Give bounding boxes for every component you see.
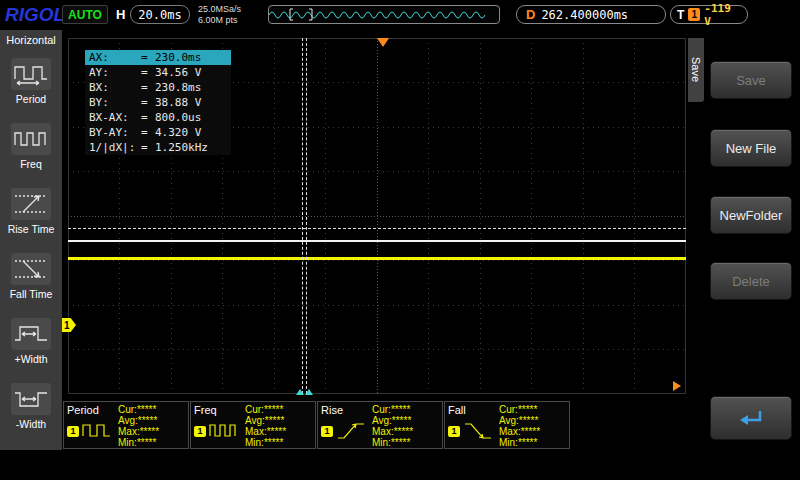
sample-rate: 25.0MSa/s bbox=[198, 4, 241, 15]
measurement-name: Fall bbox=[448, 404, 499, 417]
menu-item-freq[interactable]: Freq bbox=[0, 114, 62, 179]
rise-meas-icon bbox=[335, 420, 367, 442]
save-button[interactable]: Save bbox=[710, 61, 792, 99]
return-arrow-icon bbox=[736, 406, 766, 430]
cursor-row-freq: 1/|dX|:=1.250kHz bbox=[85, 140, 231, 155]
measurement-name: Period bbox=[67, 404, 118, 417]
measurement-freq[interactable]: Freq 1 Cur:***** Avg:***** Max:***** Min… bbox=[190, 401, 316, 449]
waveform-preview-strip bbox=[268, 5, 500, 24]
period-meas-icon bbox=[81, 420, 113, 442]
channel-badge: 1 bbox=[67, 426, 79, 437]
cursor-ay-line[interactable] bbox=[68, 228, 686, 229]
cursor-b-handle[interactable] bbox=[305, 389, 313, 395]
fall-meas-icon bbox=[462, 420, 494, 442]
rise-time-icon bbox=[11, 188, 51, 220]
cursor-bx-line[interactable] bbox=[306, 38, 307, 394]
measurement-rise[interactable]: Rise 1 Cur:***** Avg:***** Max:***** Min… bbox=[317, 401, 443, 449]
menu-item-period[interactable]: Period bbox=[0, 49, 62, 114]
horizontal-label: H bbox=[116, 7, 125, 22]
menu-item-plus-width[interactable]: +Width bbox=[0, 309, 62, 374]
run-state-badge: AUTO bbox=[62, 5, 108, 24]
cursor-row-ay: AY:=34.56 V bbox=[85, 65, 231, 80]
channel-badge: 1 bbox=[448, 426, 460, 437]
measurement-name: Rise bbox=[321, 404, 372, 417]
enter-button[interactable] bbox=[710, 396, 792, 440]
preview-wave-icon bbox=[269, 6, 499, 23]
fall-time-icon bbox=[11, 253, 51, 285]
new-file-button[interactable]: New File bbox=[710, 129, 792, 167]
period-icon bbox=[11, 58, 51, 90]
cursor-row-bxax: BX-AX:=800.0us bbox=[85, 110, 231, 125]
softkey-panel: Save Save New File NewFolder Delete bbox=[686, 30, 800, 450]
memory-depth: 6.00M pts bbox=[198, 15, 241, 26]
cursor-row-bx: BX:=230.8ms bbox=[85, 80, 231, 95]
menu-item-fall-time[interactable]: Fall Time bbox=[0, 244, 62, 309]
menu-item-minus-width[interactable]: -Width bbox=[0, 374, 62, 439]
channel1-trace bbox=[68, 257, 686, 260]
new-folder-button[interactable]: NewFolder bbox=[710, 196, 792, 234]
horizontal-measure-menu: Horizontal Period Freq bbox=[0, 30, 62, 450]
waveform-display: 1 AX:=230.0ms AY:=34.56 V BX:=230.8ms BY… bbox=[62, 30, 686, 450]
cursor-a-handle[interactable] bbox=[296, 389, 304, 395]
menu-item-rise-time[interactable]: Rise Time bbox=[0, 179, 62, 244]
freq-icon bbox=[11, 123, 51, 155]
cursor-row-byay: BY-AY:=4.320 V bbox=[85, 125, 231, 140]
channel-badge: 1 bbox=[321, 426, 333, 437]
delay-value: 262.400000ms bbox=[541, 8, 628, 22]
channel-status-bar: 1 18.0 V 2 5.00 V bbox=[0, 450, 800, 480]
cursor-row-by: BY:=38.88 V bbox=[85, 95, 231, 110]
acquisition-info: 25.0MSa/s 6.00M pts bbox=[198, 4, 241, 26]
minus-width-icon bbox=[11, 383, 51, 415]
delay-readout: D 262.400000ms bbox=[516, 5, 666, 24]
freq-meas-icon bbox=[208, 420, 240, 442]
rigol-logo: RIGOL bbox=[5, 4, 65, 26]
cursor-by-line[interactable] bbox=[68, 240, 686, 242]
trigger-level-value: -119 V bbox=[704, 2, 741, 28]
measurement-fall[interactable]: Fall 1 Cur:***** Avg:***** Max:***** Min… bbox=[444, 401, 570, 449]
oscilloscope-ui: RIGOL AUTO H 20.0ms 25.0MSa/s 6.00M pts … bbox=[0, 0, 800, 480]
delay-label: D bbox=[526, 7, 535, 22]
delete-button[interactable]: Delete bbox=[710, 262, 792, 300]
trigger-source-badge: 1 bbox=[688, 8, 700, 21]
plus-width-icon bbox=[11, 318, 51, 350]
menu-title: Horizontal bbox=[6, 34, 56, 46]
trigger-label: T bbox=[677, 8, 684, 22]
top-status-bar: RIGOL AUTO H 20.0ms 25.0MSa/s 6.00M pts … bbox=[0, 0, 800, 30]
cursor-ax-line[interactable] bbox=[302, 38, 303, 394]
timebase-readout: 20.0ms bbox=[130, 5, 190, 24]
measurement-name: Freq bbox=[194, 404, 245, 417]
measurement-period[interactable]: Period 1 Cur:***** Avg:***** Max:***** M… bbox=[63, 401, 189, 449]
channel-badge: 1 bbox=[194, 426, 206, 437]
trigger-readout: T 1 -119 V bbox=[670, 5, 748, 24]
trigger-level-marker[interactable] bbox=[673, 381, 681, 391]
save-menu-tab: Save bbox=[688, 38, 704, 102]
cursor-row-ax: AX:=230.0ms bbox=[85, 50, 231, 65]
cursor-readout-panel: AX:=230.0ms AY:=34.56 V BX:=230.8ms BY:=… bbox=[85, 50, 231, 155]
trigger-position-marker[interactable] bbox=[377, 38, 389, 47]
